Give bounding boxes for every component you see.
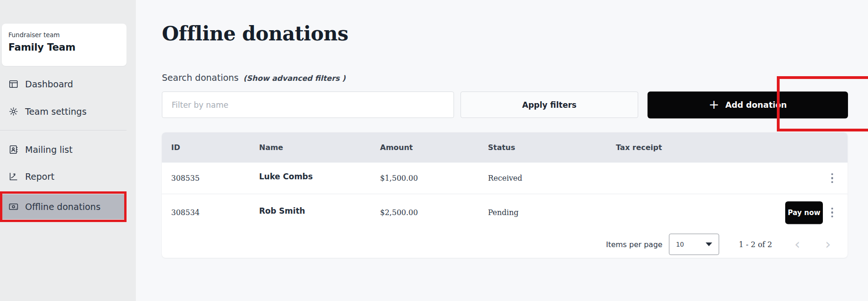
column-header-tax-receipt: Tax receipt — [616, 132, 662, 163]
sidebar-item-label: Team settings — [25, 106, 87, 117]
column-header-amount: Amount — [380, 132, 413, 163]
cell-name: Rob Smith — [259, 192, 305, 229]
banknote-icon — [8, 202, 19, 212]
sidebar-item-label: Offline donations — [25, 202, 100, 212]
show-advanced-filters-link[interactable]: (Show advanced filters ) — [243, 74, 346, 83]
chevron-left-icon[interactable]: ‹ — [792, 237, 803, 251]
search-label-row: Search donations (Show advanced filters … — [162, 72, 346, 83]
add-donation-label: Add donation — [725, 100, 787, 110]
sidebar-item-label: Mailing list — [25, 144, 73, 155]
search-donations-label: Search donations — [162, 72, 239, 83]
page-title: Offline donations — [162, 22, 348, 45]
table-row: 308535 Luke Combs $1,500.00 Received — [162, 163, 848, 194]
sidebar: Fundraiser team Family Team Dashboard Te… — [0, 0, 136, 301]
sidebar-item-dashboard[interactable]: Dashboard — [0, 72, 127, 97]
cell-id: 308534 — [171, 194, 200, 231]
sidebar-item-label: Report — [25, 171, 54, 182]
gear-icon — [8, 106, 19, 117]
column-header-name: Name — [259, 132, 283, 163]
cell-id: 308535 — [171, 163, 200, 194]
table-header-row: ID Name Amount Status Tax receipt — [162, 132, 848, 163]
dropdown-arrow-icon — [706, 242, 712, 246]
donations-table: ID Name Amount Status Tax receipt 308535… — [162, 132, 848, 258]
chevron-right-icon[interactable]: › — [822, 237, 834, 251]
items-per-page-label: Items per page — [606, 240, 662, 249]
sidebar-item-label: Dashboard — [25, 79, 73, 89]
sidebar-item-mailing-list[interactable]: Mailing list — [0, 137, 127, 162]
column-header-status: Status — [488, 132, 515, 163]
pagination-bar: Items per page 10 1 - 2 of 2 ‹ › — [162, 231, 848, 258]
column-header-id: ID — [171, 132, 180, 163]
team-card: Fundraiser team Family Team — [2, 24, 127, 66]
team-card-label: Fundraiser team — [8, 31, 120, 39]
sidebar-item-offline-donations[interactable]: Offline donations — [0, 194, 127, 219]
row-actions-kebab-icon[interactable] — [828, 206, 836, 220]
sidebar-item-team-settings[interactable]: Team settings — [0, 99, 127, 124]
pagination-range: 1 - 2 of 2 — [739, 240, 772, 249]
sidebar-divider — [0, 130, 127, 131]
row-actions-kebab-icon[interactable] — [828, 171, 836, 185]
add-donation-button[interactable]: + Add donation — [648, 92, 848, 118]
items-per-page-value: 10 — [676, 241, 684, 248]
cell-name: Luke Combs — [259, 161, 313, 192]
plus-icon: + — [709, 98, 720, 111]
pay-now-button[interactable]: Pay now — [785, 201, 823, 224]
cell-amount: $1,500.00 — [380, 163, 418, 194]
apply-filters-button[interactable]: Apply filters — [461, 92, 638, 118]
items-per-page-select[interactable]: 10 — [669, 234, 719, 255]
cell-status: Received — [488, 163, 522, 194]
sidebar-item-report[interactable]: Report — [0, 164, 127, 189]
main-content: Offline donations Search donations (Show… — [136, 0, 868, 301]
cell-amount: $2,500.00 — [380, 194, 418, 231]
report-chart-icon — [8, 171, 19, 182]
address-book-icon — [8, 144, 19, 155]
filter-by-name-input[interactable] — [162, 92, 454, 118]
cell-status: Pending — [488, 194, 519, 231]
table-row: 308534 Rob Smith $2,500.00 Pending Pay n… — [162, 194, 848, 231]
team-name: Family Team — [8, 42, 120, 53]
dashboard-icon — [8, 79, 19, 89]
